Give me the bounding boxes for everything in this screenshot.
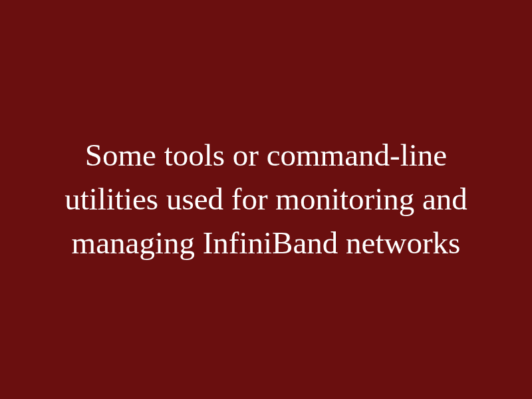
slide-text: Some tools or command-line utilities use… — [0, 134, 532, 265]
